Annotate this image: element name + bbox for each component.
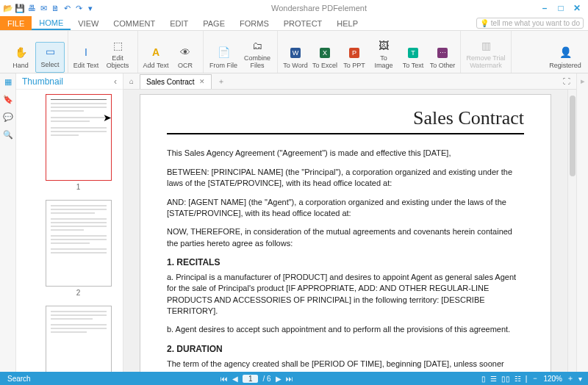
qat-open-icon[interactable]: 📂 <box>3 3 13 13</box>
registered-button[interactable]: 👤Registered <box>548 43 582 73</box>
view-facing-continuous-icon[interactable]: ☷ <box>514 375 521 383</box>
menu-comment[interactable]: COMMENT <box>106 18 162 29</box>
view-single-icon[interactable]: ▯ <box>481 375 486 383</box>
doc-h2: 2. DURATION <box>167 343 524 356</box>
new-tab-button[interactable]: ＋ <box>212 76 231 87</box>
to-excel-button[interactable]: XTo Excel <box>310 43 340 73</box>
search-placeholder: tell me what you want to do <box>491 19 580 27</box>
to-ppt-button[interactable]: PTo PPT <box>340 43 369 73</box>
menu-protect[interactable]: PROTECT <box>276 18 330 29</box>
select-button[interactable]: ▭Select <box>35 42 65 73</box>
bookmark-icon[interactable]: 🔖 <box>3 94 13 104</box>
thumbnail-view-icon[interactable]: ▦ <box>3 76 13 87</box>
word-icon: W <box>287 45 304 61</box>
combine-icon: 🗂 <box>249 37 265 54</box>
from-file-button[interactable]: 📄From File <box>207 43 240 73</box>
to-image-button[interactable]: 🖼To Image <box>369 36 398 73</box>
bulb-icon: 💡 <box>480 19 489 27</box>
page-current[interactable]: 1 <box>243 375 259 383</box>
thumbnail-title: Thumbnail <box>22 76 63 87</box>
combine-files-button[interactable]: 🗂Combine Files <box>240 36 274 73</box>
add-text-icon: A <box>148 45 164 61</box>
thumb-num-2: 2 <box>46 287 112 303</box>
doc-p4: NOW, THEREFORE, in consideration of the … <box>167 226 524 249</box>
thumbnail-page-2[interactable]: 2 <box>46 200 112 303</box>
thumb-num-1: 1 <box>46 181 112 197</box>
qat-dropdown-icon[interactable]: ▾ <box>85 3 96 13</box>
hand-button[interactable]: ✋Hand <box>6 43 35 73</box>
search-panel-icon[interactable]: 🔍 <box>3 129 13 140</box>
file-tab[interactable]: FILE <box>0 16 32 30</box>
menu-forms[interactable]: FORMS <box>232 18 276 29</box>
doc-p6: b. Agent desires to accept such appointm… <box>167 324 524 335</box>
doc-p2: BETWEEN: [PRINCIPAL NAME] (the "Principa… <box>167 167 524 190</box>
last-page-icon[interactable]: ⏭ <box>286 375 293 383</box>
watermark-icon: ▥ <box>478 37 494 54</box>
tab-title: Sales Contract <box>146 78 195 86</box>
qat-doc-icon[interactable]: 🗎 <box>50 3 60 13</box>
doc-p1: This Sales Agency Agreement ("Agreement"… <box>167 148 524 159</box>
hand-icon: ✋ <box>12 45 29 61</box>
excel-icon: X <box>317 45 333 61</box>
add-text-button[interactable]: AAdd Text <box>141 43 171 73</box>
collapse-thumbnail-icon[interactable]: ‹ <box>114 76 117 87</box>
doc-title: Sales Contract <box>167 105 524 134</box>
thumbnail-page-1[interactable]: 1 <box>46 94 112 197</box>
doc-p5: a. Principal is a manufacturer of [PRODU… <box>167 272 524 317</box>
to-other-button[interactable]: ⋯To Other <box>428 43 457 73</box>
vertical-scrollbar[interactable] <box>567 90 576 372</box>
minimize-button[interactable]: － <box>539 3 550 13</box>
tell-me-search[interactable]: 💡 tell me what you want to do <box>476 18 584 29</box>
first-page-icon[interactable]: ⏮ <box>220 375 228 383</box>
menu-edit[interactable]: EDIT <box>162 18 196 29</box>
qat-mail-icon[interactable]: ✉ <box>38 3 49 13</box>
ocr-button[interactable]: 👁OCR <box>171 43 200 73</box>
document-page: Sales Contract This Sales Agency Agreeme… <box>140 94 551 372</box>
other-icon: ⋯ <box>434 45 451 61</box>
user-icon: 👤 <box>557 45 573 61</box>
qat-print-icon[interactable]: 🖶 <box>26 3 37 13</box>
ppt-icon: P <box>346 45 362 61</box>
menu-view[interactable]: VIEW <box>71 18 106 29</box>
next-page-icon[interactable]: ▶ <box>276 375 282 383</box>
close-tab-icon[interactable]: ✕ <box>199 78 205 85</box>
view-continuous-icon[interactable]: ☰ <box>490 375 497 383</box>
zoom-in-icon[interactable]: ＋ <box>567 373 574 384</box>
document-tab[interactable]: Sales Contract ✕ <box>140 74 212 89</box>
view-facing-icon[interactable]: ▯▯ <box>501 375 510 383</box>
home-tab-icon[interactable]: ⌂ <box>123 77 140 85</box>
edit-objects-icon: ⬚ <box>110 37 126 54</box>
status-search[interactable]: Search <box>0 375 38 383</box>
thumbnail-page-3[interactable] <box>46 306 112 372</box>
qat-redo-icon[interactable]: ↷ <box>74 3 84 13</box>
select-icon: ▭ <box>42 44 58 60</box>
menu-help[interactable]: HELP <box>329 18 365 29</box>
fullscreen-icon[interactable]: ⛶ <box>557 77 576 85</box>
right-panel-icon[interactable]: ▸ <box>581 76 585 86</box>
prev-page-icon[interactable]: ◀ <box>232 375 238 383</box>
doc-p3: AND: [AGENT NAME] (the "Agent"), a corpo… <box>167 197 524 220</box>
maximize-button[interactable]: □ <box>556 3 566 13</box>
zoom-level: 120% <box>543 375 562 383</box>
qat-undo-icon[interactable]: ↶ <box>62 3 72 13</box>
ocr-icon: 👁 <box>177 45 193 61</box>
edit-objects-button[interactable]: ⬚Edit Objects <box>101 36 135 73</box>
annotation-icon[interactable]: 💬 <box>3 112 13 122</box>
edit-text-button[interactable]: IEdit Text <box>71 43 101 73</box>
to-text-button[interactable]: TTo Text <box>398 43 428 73</box>
image-icon: 🖼 <box>376 37 392 54</box>
zoom-out-icon[interactable]: － <box>531 373 539 384</box>
text-icon: T <box>405 45 421 61</box>
zoom-dropdown-icon[interactable]: ▾ <box>578 375 582 383</box>
menu-page[interactable]: PAGE <box>196 18 232 29</box>
menu-home[interactable]: HOME <box>32 17 71 30</box>
doc-p7: The term of the agency created shall be … <box>167 359 524 372</box>
app-title: Wondershare PDFelement <box>98 4 539 12</box>
close-button[interactable]: ✕ <box>572 3 582 13</box>
from-file-icon: 📄 <box>215 45 232 61</box>
qat-save-icon[interactable]: 💾 <box>15 3 25 13</box>
remove-watermark-button[interactable]: ▥Remove Trial Watermark <box>464 36 508 73</box>
to-word-button[interactable]: WTo Word <box>281 43 310 73</box>
doc-h1: 1. RECITALS <box>167 256 524 269</box>
page-total: / 6 <box>262 375 270 383</box>
